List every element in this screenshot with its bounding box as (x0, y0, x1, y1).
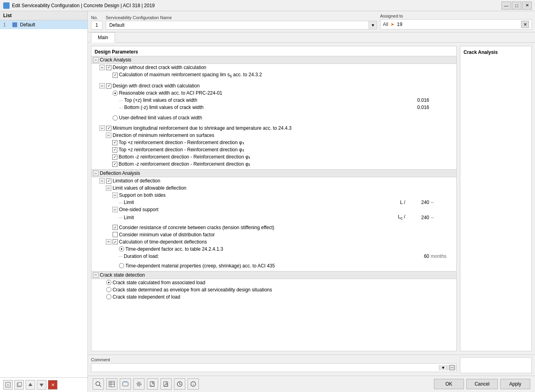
comment-input[interactable] (91, 364, 439, 372)
label-duration-load: Duration of load: (124, 253, 407, 259)
label-consider-resistance: Consider resistance of concrete between … (119, 225, 455, 230)
config-name-combo[interactable]: Default ▾ (106, 21, 377, 30)
title-bar: Edit Serviceability Configuration | Conc… (0, 0, 535, 11)
deflection-analysis-label: Deflection Analysis (100, 170, 140, 176)
row-bottom-limit: — Bottom (-z) limit values of crack widt… (91, 104, 456, 111)
list-item-label: Default (20, 22, 35, 28)
bottom-bar: i OK Cancel Apply (88, 376, 535, 392)
move-up-button[interactable] (26, 380, 35, 390)
radio-crack-envelope[interactable] (106, 287, 111, 292)
cb-design-without[interactable] (106, 65, 111, 70)
row-direction-min: − Direction of minimum reinforcement on … (91, 132, 456, 139)
crack-state-expander[interactable]: − (93, 272, 99, 278)
crack-analysis-expander[interactable]: − (93, 57, 99, 63)
assigned-panel: All ➤ 19 ✕ (380, 19, 532, 30)
expander-limit-values[interactable]: − (106, 185, 111, 191)
tab-main[interactable]: Main (91, 32, 115, 43)
svg-point-17 (138, 383, 140, 385)
cb-calc-max-spacing[interactable] (113, 73, 118, 78)
list-toolbar: + ✕ (0, 377, 87, 392)
toolbar-info-icon[interactable]: i (188, 378, 199, 390)
expander-design-without[interactable]: − (99, 65, 105, 70)
close-button[interactable]: ✕ (522, 2, 532, 10)
toolbar-zoom-icon[interactable] (93, 378, 104, 390)
row-min-long: − Minimum longitudinal reinforcement due… (91, 125, 456, 132)
config-name-dropdown[interactable]: ▾ (369, 21, 376, 29)
list-item-default[interactable]: 1 Default (0, 20, 87, 29)
label-crack-envelope: Crack state determined as envelope from … (113, 287, 455, 293)
dot-bottom-limit: — (119, 105, 123, 110)
unit-support-both: -- (431, 200, 455, 205)
row-support-both: − Support on both sides (91, 192, 456, 199)
move-down-button[interactable] (37, 380, 46, 390)
tree-panel: Design Parameters − Crack Analysis − Des… (91, 46, 457, 351)
comment-edit-icon[interactable] (447, 365, 456, 370)
expander-support-both[interactable]: − (112, 192, 118, 198)
cb-design-with[interactable] (106, 83, 111, 89)
row-consider-min: Consider minimum value of distribution f… (91, 231, 456, 238)
minimize-button[interactable]: — (501, 2, 511, 10)
cb-min-long[interactable] (106, 126, 111, 131)
maximize-button[interactable]: □ (512, 2, 521, 10)
svg-marker-6 (40, 384, 44, 387)
copy-list-button[interactable] (14, 380, 24, 390)
config-no-value: 1 (91, 21, 103, 30)
label-top-phi2: Top +z reinforcement direction - Reinfor… (119, 147, 455, 152)
cb-limitation[interactable] (106, 178, 111, 184)
row-bottom-phi2: Bottom -z reinforcement direction - Rein… (91, 160, 456, 168)
radio-crack-independent[interactable] (106, 294, 111, 299)
apply-button[interactable]: Apply (500, 379, 530, 389)
toolbar-table-icon[interactable] (106, 378, 117, 390)
value-bottom-limit: 0.016 (407, 105, 431, 110)
assigned-label: Assigned to (380, 14, 532, 18)
row-reasonable-crack: Reasonable crack width acc. to ACI PRC-2… (91, 89, 456, 97)
svg-rect-15 (123, 382, 128, 386)
assigned-close-button[interactable]: ✕ (521, 21, 529, 28)
comment-left: Comment ▾ (91, 357, 457, 372)
toolbar-import-icon[interactable] (160, 378, 172, 390)
expander-time-dep[interactable]: − (106, 239, 111, 245)
expander-direction-min[interactable]: − (106, 133, 111, 138)
radio-time-factor[interactable] (119, 246, 124, 251)
toolbar-settings-icon[interactable] (133, 378, 145, 390)
expander-one-sided[interactable]: − (112, 207, 118, 212)
row-top-limit: — Top (+z) limit values of crack width 0… (91, 97, 456, 104)
cb-consider-min[interactable] (113, 232, 118, 237)
label-limitation: Limitation of deflection (113, 178, 455, 184)
expander-design-with[interactable]: − (99, 83, 105, 89)
comment-right-panel (460, 357, 532, 373)
add-list-button[interactable]: + (3, 380, 13, 390)
crack-state-section: − Crack state detection (91, 271, 456, 279)
label-bottom-phi2: Bottom -z reinforcement direction - Rein… (119, 161, 455, 167)
unit-duration-load: months (431, 253, 455, 259)
toolbar-export-icon[interactable] (147, 378, 158, 390)
deflection-analysis-expander[interactable]: − (93, 170, 99, 176)
svg-rect-0 (12, 22, 17, 27)
row-limit-values: − Limit values of allowable deflection (91, 184, 456, 192)
expander-limitation[interactable]: − (99, 178, 105, 184)
label-user-defined: User-defined limit values of crack width (119, 115, 455, 121)
ok-button[interactable]: OK (434, 379, 464, 389)
radio-time-material[interactable] (119, 263, 124, 268)
cancel-button[interactable]: Cancel (466, 379, 498, 389)
formula-support-both: L / (375, 200, 407, 205)
delete-button[interactable]: ✕ (48, 380, 57, 390)
cb-top-phi2[interactable] (112, 147, 117, 152)
label-crack-independent: Crack state independent of load (113, 294, 455, 300)
radio-user-defined[interactable] (113, 115, 118, 121)
toolbar-filter-icon[interactable] (120, 378, 131, 390)
label-min-long: Minimum longitudinal reinforcement due t… (113, 125, 455, 131)
cb-top-phi1[interactable] (112, 140, 117, 145)
radio-crack-associated[interactable] (106, 280, 111, 285)
svg-point-18 (137, 382, 141, 386)
bottom-toolbar-left: i (93, 378, 199, 390)
toolbar-history-icon[interactable] (174, 378, 185, 390)
label-time-dep: Calculation of time-dependent deflection… (119, 239, 455, 245)
cb-bottom-phi1[interactable] (112, 154, 117, 160)
cb-consider-resistance[interactable] (113, 225, 118, 230)
cb-bottom-phi2[interactable] (112, 162, 117, 167)
cb-time-dep[interactable] (113, 239, 118, 244)
radio-reasonable-crack[interactable] (113, 91, 118, 96)
comment-dropdown[interactable]: ▾ (439, 365, 447, 370)
expander-min-long[interactable]: − (99, 125, 105, 131)
